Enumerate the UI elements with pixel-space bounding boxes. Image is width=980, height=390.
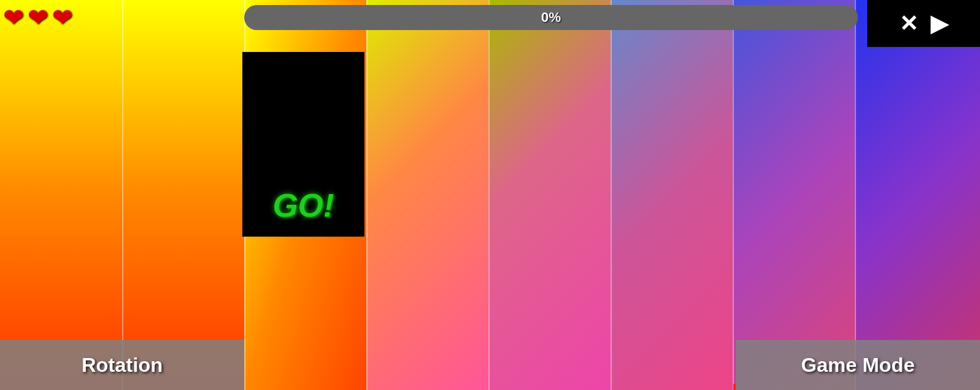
hearts-container: ❤ ❤ ❤ bbox=[3, 3, 73, 32]
rotation-label: Rotation bbox=[81, 354, 163, 377]
game-mode-label: Game Mode bbox=[801, 354, 914, 377]
divider-5 bbox=[611, 0, 612, 390]
rotation-bar[interactable]: Rotation bbox=[0, 340, 244, 390]
go-block: GO! bbox=[242, 52, 364, 237]
heart-1: ❤ bbox=[3, 3, 24, 32]
game-area: ❤ ❤ ❤ 0% ✕ ▶ GO! Rotation Game Mode bbox=[0, 0, 980, 390]
bg-col-2 bbox=[366, 0, 488, 390]
divider-7 bbox=[855, 0, 856, 390]
top-controls-panel: ✕ ▶ bbox=[867, 0, 980, 47]
progress-bar: 0% bbox=[244, 5, 858, 30]
divider-1 bbox=[122, 0, 123, 390]
divider-3 bbox=[366, 0, 368, 390]
red-accent bbox=[733, 384, 736, 390]
bg-col-5 bbox=[733, 0, 855, 390]
progress-bar-text: 0% bbox=[541, 9, 561, 26]
game-mode-bar[interactable]: Game Mode bbox=[736, 340, 980, 390]
divider-6 bbox=[733, 0, 734, 390]
divider-4 bbox=[488, 0, 490, 390]
bg-col-6 bbox=[855, 0, 980, 390]
close-button[interactable]: ✕ bbox=[899, 13, 918, 35]
bg-col-3 bbox=[488, 0, 611, 390]
heart-2: ❤ bbox=[28, 3, 49, 32]
go-text[interactable]: GO! bbox=[272, 187, 334, 224]
heart-3: ❤ bbox=[52, 3, 73, 32]
play-button[interactable]: ▶ bbox=[931, 13, 948, 35]
bg-col-4 bbox=[611, 0, 733, 390]
